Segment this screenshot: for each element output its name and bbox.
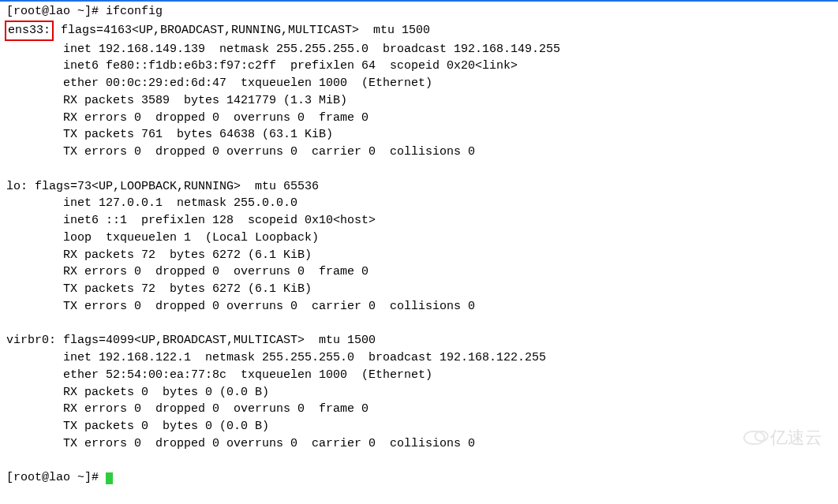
lo-loop: loop txqueuelen 1 (Local Loopback) (6, 230, 832, 247)
watermark-logo-icon (743, 431, 765, 445)
command-line: [root@lao ~]# ifconfig (6, 3, 832, 21)
lo-tx-errors: TX errors 0 dropped 0 overruns 0 carrier… (6, 298, 832, 315)
ens33-highlight: ens33: (5, 21, 54, 41)
blank-line (6, 161, 832, 178)
lo-inet: inet 127.0.0.1 netmask 255.0.0.0 (6, 195, 832, 212)
ens33-inet: inet 192.168.149.139 netmask 255.255.255… (6, 41, 832, 58)
watermark-text: 亿速云 (770, 425, 822, 450)
lo-rx-errors: RX errors 0 dropped 0 overruns 0 frame 0 (6, 263, 832, 281)
blank-line (6, 315, 832, 333)
ens33-rx-errors: RX errors 0 dropped 0 overruns 0 frame 0 (6, 110, 832, 127)
ens33-ether: ether 00:0c:29:ed:6d:47 txqueuelen 1000 … (6, 75, 832, 92)
prompt-line[interactable]: [root@lao ~]# (6, 469, 832, 487)
ens33-flags: flags=4163<UP,BROADCAST,RUNNING,MULTICAS… (54, 24, 430, 37)
virbr0-rx-packets: RX packets 0 bytes 0 (0.0 B) (6, 384, 832, 401)
iface-lo-header: lo: flags=73<UP,LOOPBACK,RUNNING> mtu 65… (6, 178, 832, 196)
ens33-tx-packets: TX packets 761 bytes 64638 (63.1 KiB) (6, 126, 832, 144)
ens33-tx-errors: TX errors 0 dropped 0 overruns 0 carrier… (6, 144, 832, 161)
virbr0-inet: inet 192.168.122.1 netmask 255.255.255.0… (6, 349, 832, 367)
ens33-rx-packets: RX packets 3589 bytes 1421779 (1.3 MiB) (6, 92, 832, 110)
blank-line (6, 453, 832, 470)
virbr0-ether: ether 52:54:00:ea:77:8c txqueuelen 1000 … (6, 367, 832, 384)
iface-ens33-header: ens33: flags=4163<UP,BROADCAST,RUNNING,M… (6, 21, 832, 41)
lo-tx-packets: TX packets 72 bytes 6272 (6.1 KiB) (6, 281, 832, 298)
terminal-output[interactable]: [root@lao ~]# ifconfig ens33: flags=4163… (6, 3, 832, 487)
virbr0-rx-errors: RX errors 0 dropped 0 overruns 0 frame 0 (6, 401, 832, 418)
cursor-icon (106, 472, 113, 484)
lo-rx-packets: RX packets 72 bytes 6272 (6.1 KiB) (6, 247, 832, 264)
virbr0-tx-packets: TX packets 0 bytes 0 (0.0 B) (6, 418, 832, 435)
virbr0-tx-errors: TX errors 0 dropped 0 overruns 0 carrier… (6, 435, 832, 453)
iface-virbr0-header: virbr0: flags=4099<UP,BROADCAST,MULTICAS… (6, 332, 832, 349)
top-accent-border (0, 0, 838, 2)
lo-inet6: inet6 ::1 prefixlen 128 scopeid 0x10<hos… (6, 212, 832, 230)
shell-prompt: [root@lao ~]# (6, 471, 106, 484)
watermark: 亿速云 (743, 425, 822, 450)
ens33-inet6: inet6 fe80::f1db:e6b3:f97:c2ff prefixlen… (6, 58, 832, 75)
